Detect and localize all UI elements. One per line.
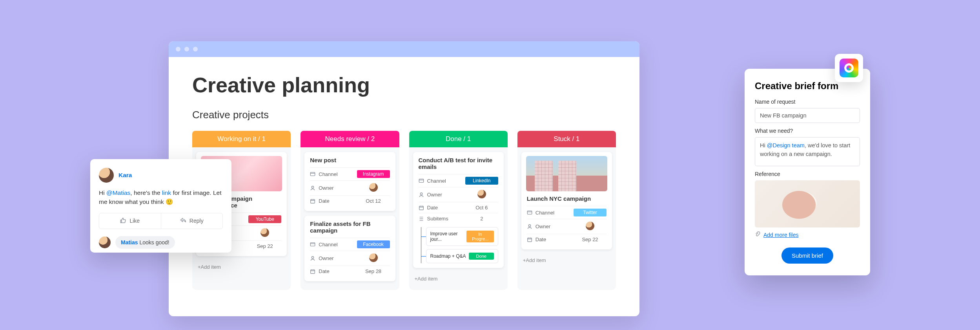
mention-link[interactable]: @Design team <box>767 142 805 148</box>
svg-rect-6 <box>311 243 315 246</box>
comment-link[interactable]: link <box>162 189 171 196</box>
section-title: Creative projects <box>169 109 639 131</box>
kanban-board: Working on it / 1 Monitor campaign perfo… <box>169 131 639 290</box>
subitems-count[interactable]: 2 <box>465 216 498 222</box>
svg-rect-11 <box>419 206 423 210</box>
card-new-post[interactable]: New post ChannelInstagram Owner DateOct … <box>304 152 395 211</box>
submit-brief-button[interactable]: Submit brief <box>781 248 833 264</box>
date-icon <box>310 198 315 204</box>
row-label-subitems: Subitems <box>427 216 448 222</box>
row-label-owner: Owner <box>536 224 550 229</box>
reply-bubble[interactable]: Matias Looks good! <box>115 236 175 249</box>
column-header-done[interactable]: Done / 1 <box>409 131 508 147</box>
add-item-button[interactable]: +Add item <box>521 254 612 266</box>
need-textarea[interactable]: Hi @Design team, we'd love to start work… <box>755 137 860 166</box>
owner-avatar[interactable] <box>260 228 269 237</box>
reply-name: Matias <box>121 239 138 246</box>
card-image <box>526 156 607 191</box>
owner-avatar[interactable] <box>369 253 378 262</box>
subitem-status[interactable]: Done <box>469 253 494 260</box>
date-value[interactable]: Oct 12 <box>357 198 390 204</box>
subitem-title: Roadmap + Q&A <box>430 253 466 259</box>
card-ab-test[interactable]: Conduct A/B test for invite emails Chann… <box>413 152 504 268</box>
owner-avatar[interactable] <box>369 183 378 192</box>
reply-icon <box>180 217 186 225</box>
channel-tag[interactable]: Twitter <box>574 209 607 216</box>
column-header-review[interactable]: Needs review / 2 <box>301 131 399 147</box>
date-icon <box>310 269 315 274</box>
svg-rect-9 <box>419 179 423 183</box>
channel-tag[interactable]: YouTube <box>248 215 281 223</box>
traffic-min-icon[interactable] <box>184 47 189 51</box>
column-done: Done / 1 Conduct A/B test for invite ema… <box>409 131 508 290</box>
commenter-avatar[interactable] <box>99 168 114 183</box>
page-title: Creative planning <box>169 57 639 109</box>
date-value[interactable]: Oct 6 <box>465 205 498 211</box>
traffic-close-icon[interactable] <box>176 47 180 51</box>
traffic-max-icon[interactable] <box>193 47 198 51</box>
row-label-channel: Channel <box>319 242 337 248</box>
comment-popup: Kara Hi @Matias, here's the link for fir… <box>90 159 231 253</box>
reference-image[interactable] <box>755 180 860 227</box>
row-label-channel: Channel <box>427 178 446 184</box>
channel-icon <box>527 210 532 215</box>
reply-button[interactable]: Reply <box>161 213 223 229</box>
svg-rect-8 <box>311 270 315 273</box>
svg-rect-14 <box>528 238 532 242</box>
column-header-stuck[interactable]: Stuck / 1 <box>517 131 616 147</box>
form-title: Creative brief form <box>755 81 860 92</box>
request-name-input[interactable] <box>755 108 860 123</box>
subitem-2[interactable]: Roadmap + Q&ADone <box>426 249 498 263</box>
add-item-button[interactable]: +Add item <box>413 273 504 285</box>
svg-rect-3 <box>311 172 315 176</box>
reply-text: Looks good! <box>139 239 169 246</box>
replier-avatar[interactable] <box>99 236 111 248</box>
channel-tag[interactable]: Instagram <box>357 170 390 178</box>
need-text: Hi <box>760 142 767 148</box>
owner-avatar[interactable] <box>586 222 594 230</box>
card-fb-assets[interactable]: Finalize assets for FB campaign ChannelF… <box>304 216 395 281</box>
svg-point-7 <box>312 256 314 258</box>
card-nyc-campaign[interactable]: Launch NYC campaign ChannelTwitter Owner… <box>521 152 612 249</box>
svg-rect-12 <box>527 211 532 214</box>
add-files-link[interactable]: Add more files <box>755 231 860 238</box>
commenter-name[interactable]: Kara <box>118 172 132 179</box>
column-header-working[interactable]: Working on it / 1 <box>192 131 291 147</box>
card-title: Conduct A/B test for invite emails <box>419 157 498 170</box>
channel-tag[interactable]: Facebook <box>357 240 390 248</box>
card-title: Launch NYC campaign <box>527 195 607 202</box>
thumbs-up-icon <box>120 217 126 225</box>
date-icon <box>419 205 424 211</box>
column-review: Needs review / 2 New post ChannelInstagr… <box>301 131 399 290</box>
creative-cloud-icon <box>840 59 858 77</box>
brief-form: Creative brief form Name of request What… <box>745 69 870 275</box>
comment-body: Hi @Matias, here's the link for first im… <box>99 188 223 207</box>
date-icon <box>527 237 532 242</box>
row-label-channel: Channel <box>536 210 554 216</box>
owner-avatar[interactable] <box>477 190 486 198</box>
like-label: Like <box>129 218 140 224</box>
app-window: Creative planning Creative projects Work… <box>169 41 639 316</box>
card-title: New post <box>310 157 390 163</box>
svg-point-4 <box>312 186 314 188</box>
owner-icon <box>419 192 424 198</box>
like-button[interactable]: Like <box>99 213 161 229</box>
comment-text: , here's the <box>130 189 162 196</box>
channel-tag[interactable]: LinkedIn <box>465 177 498 185</box>
svg-point-10 <box>420 192 422 194</box>
paperclip-icon <box>755 231 760 238</box>
channel-icon <box>310 171 315 177</box>
column-stuck: Stuck / 1 Launch NYC campaign ChannelTwi… <box>517 131 616 290</box>
subitem-status[interactable]: In Progre... <box>466 231 494 242</box>
row-label-owner: Owner <box>427 192 442 198</box>
owner-icon <box>310 185 315 191</box>
add-item-button[interactable]: +Add item <box>196 261 287 273</box>
date-value[interactable]: Sep 28 <box>357 268 390 274</box>
comment-text: Hi <box>99 189 106 196</box>
row-label-owner: Owner <box>319 185 333 191</box>
mention-link[interactable]: @Matias <box>106 189 130 196</box>
date-value[interactable]: Sep 22 <box>574 236 607 242</box>
channel-icon <box>310 242 315 247</box>
date-value[interactable]: Sep 22 <box>248 243 281 249</box>
subitem-1[interactable]: Improve user jour...In Progre... <box>426 227 498 246</box>
